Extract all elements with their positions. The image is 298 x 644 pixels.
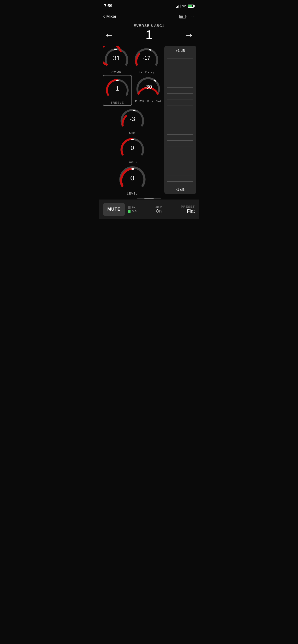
treble-label: TREBLE	[111, 101, 124, 104]
nav-bar: ‹ Mixer ···	[99, 10, 199, 22]
fader-line	[167, 111, 193, 111]
channel-header: EVERSE 8 ABC1 ← 1 →	[99, 22, 199, 44]
fader-line	[167, 129, 193, 129]
fader-line	[167, 181, 193, 182]
sig-label: SIG	[132, 210, 136, 213]
fader-line	[167, 105, 193, 106]
device-name: EVERSE 8 ABC1	[99, 24, 199, 28]
nav-right: ···	[179, 14, 195, 20]
knob-row-1: 31 COMP -17 FX: Delay	[103, 46, 162, 74]
knob-row-2: 1 TREBLE -30 DUCKER: 2, 3-4	[103, 75, 162, 106]
svg-rect-2	[116, 80, 119, 81]
signal-meter: PK SIG	[128, 206, 136, 213]
main-content: 31 COMP -17 FX: Delay	[99, 44, 199, 196]
svg-rect-5	[131, 139, 134, 140]
status-icons	[176, 4, 194, 8]
back-arrow-icon: ‹	[103, 14, 105, 20]
bass-knob-container[interactable]: 0 BASS	[103, 136, 162, 164]
level-knob-container[interactable]: 0 LEVEL	[103, 165, 162, 195]
bass-knob[interactable]: 0	[118, 136, 146, 160]
status-bar: 7:59	[99, 0, 199, 10]
controls-column: 31 COMP -17 FX: Delay	[99, 46, 164, 196]
fader-line	[167, 123, 193, 123]
phantom-voltage-label: 48 V	[156, 205, 162, 209]
scroll-indicator	[137, 198, 161, 198]
preset-section: PRESET Flat	[181, 205, 195, 214]
fader-line	[167, 140, 193, 141]
comp-knob-container[interactable]: 31 COMP	[103, 46, 130, 74]
treble-knob[interactable]: 1	[104, 76, 130, 100]
level-knob[interactable]: 0	[118, 165, 147, 191]
fx-delay-knob[interactable]: -17	[133, 46, 160, 70]
fader-bottom-label: -1 dB	[164, 186, 196, 194]
back-label: Mixer	[106, 14, 116, 19]
preset-label: PRESET	[181, 205, 195, 208]
phantom-status: On	[156, 209, 162, 214]
fx-delay-label: FX: Delay	[138, 71, 154, 74]
mid-knob[interactable]: -3	[118, 107, 146, 130]
channel-nav: ← 1 →	[99, 28, 199, 42]
bass-label: BASS	[128, 160, 137, 164]
fader-line	[167, 146, 193, 146]
level-label: LEVEL	[127, 192, 138, 195]
fader-line	[167, 82, 193, 82]
prev-channel-button[interactable]: ←	[104, 29, 114, 41]
fader-line	[167, 88, 193, 88]
fader-top-label: +1 dB	[164, 46, 196, 54]
ducker-knob[interactable]: -30	[134, 75, 162, 99]
phantom-power: 48 V On	[156, 205, 162, 214]
comp-label: COMP	[112, 71, 122, 74]
fx-delay-knob-container[interactable]: -17 FX: Delay	[133, 46, 160, 74]
sig-row: SIG	[128, 210, 136, 213]
svg-rect-0	[114, 49, 117, 50]
mute-button[interactable]: MUTE	[103, 203, 125, 216]
preset-value: Flat	[181, 208, 195, 214]
treble-knob-container[interactable]: 1 TREBLE	[103, 75, 132, 106]
fader-lines	[164, 54, 196, 186]
channel-number: 1	[146, 28, 153, 42]
signal-strength-icon	[176, 4, 181, 8]
fader-line	[167, 99, 193, 100]
wifi-icon	[182, 4, 186, 8]
back-button[interactable]: ‹ Mixer	[103, 14, 116, 20]
more-options-button[interactable]: ···	[189, 14, 195, 20]
pk-label: PK	[132, 206, 135, 209]
comp-knob[interactable]: 31	[103, 46, 130, 70]
fader-line	[167, 134, 193, 135]
fader-line	[167, 64, 193, 64]
device-battery-icon	[179, 15, 186, 18]
fader-line	[167, 170, 193, 170]
fader-line	[167, 76, 193, 76]
fader-line	[167, 176, 193, 176]
pk-indicator	[128, 206, 130, 209]
fader-line	[167, 94, 193, 94]
fader-line	[167, 70, 193, 70]
fader-panel[interactable]: +1 dB -1 dB	[164, 46, 196, 194]
bottom-bar: MUTE PK SIG 48 V On PRESET Flat	[99, 200, 199, 219]
scroll-thumb	[144, 198, 154, 198]
pk-row: PK	[128, 206, 136, 209]
status-time: 7:59	[104, 4, 112, 8]
ducker-label: DUCKER: 2, 3-4	[135, 100, 161, 103]
sig-indicator	[128, 210, 130, 213]
fader-line	[167, 117, 193, 117]
fader-line	[167, 58, 193, 58]
battery-charging-icon	[188, 4, 194, 8]
mid-label: MID	[129, 132, 135, 135]
mid-knob-container[interactable]: -3 MID	[103, 107, 162, 135]
fader-line	[167, 152, 193, 152]
svg-rect-6	[131, 168, 134, 170]
next-channel-button[interactable]: →	[184, 29, 194, 41]
ducker-knob-container[interactable]: -30 DUCKER: 2, 3-4	[134, 75, 162, 106]
